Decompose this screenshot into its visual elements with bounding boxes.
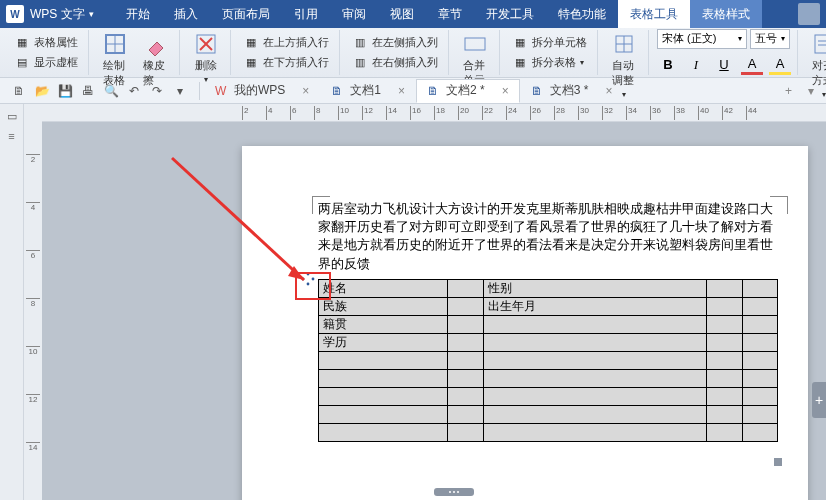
tab-list-button[interactable]: ▾ bbox=[800, 84, 822, 98]
menu-item[interactable]: 开始 bbox=[114, 0, 162, 28]
table-cell[interactable] bbox=[707, 297, 742, 315]
table-row[interactable]: 学历 bbox=[319, 333, 778, 351]
table-cell[interactable] bbox=[742, 423, 777, 441]
menu-item[interactable]: 表格样式 bbox=[690, 0, 762, 28]
highlight-button[interactable]: A bbox=[769, 55, 791, 75]
qa-dropdown-icon[interactable]: ▾ bbox=[171, 82, 189, 100]
table-cell[interactable] bbox=[742, 279, 777, 297]
tab-close-icon[interactable]: × bbox=[605, 84, 612, 98]
table-cell[interactable] bbox=[448, 279, 483, 297]
table-cell[interactable] bbox=[707, 369, 742, 387]
table-cell[interactable]: 性别 bbox=[483, 279, 707, 297]
table-cell[interactable] bbox=[448, 387, 483, 405]
font-size-select[interactable]: 五号▾ bbox=[750, 29, 790, 49]
show-gridlines-button[interactable]: ▤显示虚框 bbox=[10, 54, 82, 72]
italic-button[interactable]: I bbox=[685, 55, 707, 75]
menu-item[interactable]: 开发工具 bbox=[474, 0, 546, 28]
table-row[interactable] bbox=[319, 423, 778, 441]
table-cell[interactable] bbox=[319, 423, 448, 441]
table-cell[interactable] bbox=[483, 387, 707, 405]
document-tab[interactable]: 🗎文档3 *× bbox=[520, 79, 624, 103]
menu-item[interactable]: 审阅 bbox=[330, 0, 378, 28]
insert-col-left-button[interactable]: ▥在左侧插入列 bbox=[348, 34, 442, 52]
menu-item[interactable]: 页面布局 bbox=[210, 0, 282, 28]
insert-row-above-button[interactable]: ▦在上方插入行 bbox=[239, 34, 333, 52]
table-cell[interactable]: 民族 bbox=[319, 297, 448, 315]
table-cell[interactable] bbox=[483, 369, 707, 387]
table-cell[interactable] bbox=[707, 351, 742, 369]
font-color-button[interactable]: A bbox=[741, 55, 763, 75]
document-table[interactable]: 姓名性别民族出生年月籍贯学历 bbox=[318, 279, 778, 442]
tab-close-icon[interactable]: × bbox=[302, 84, 309, 98]
document-tab[interactable]: 🗎文档2 *× bbox=[416, 79, 520, 103]
table-cell[interactable]: 姓名 bbox=[319, 279, 448, 297]
nav-thumb-icon[interactable]: ≡ bbox=[4, 128, 20, 144]
new-doc-icon[interactable]: 🗎 bbox=[10, 82, 28, 100]
table-resize-handle[interactable] bbox=[774, 458, 782, 466]
table-row[interactable]: 姓名性别 bbox=[319, 279, 778, 297]
open-icon[interactable]: 📂 bbox=[33, 82, 51, 100]
save-icon[interactable]: 💾 bbox=[56, 82, 74, 100]
undo-icon[interactable]: ↶ bbox=[125, 82, 143, 100]
table-cell[interactable]: 出生年月 bbox=[483, 297, 707, 315]
print-preview-icon[interactable]: 🔍 bbox=[102, 82, 120, 100]
table-cell[interactable] bbox=[483, 333, 707, 351]
bold-button[interactable]: B bbox=[657, 55, 679, 75]
menu-item[interactable]: 章节 bbox=[426, 0, 474, 28]
table-row[interactable]: 民族出生年月 bbox=[319, 297, 778, 315]
table-cell[interactable] bbox=[742, 351, 777, 369]
redo-icon[interactable]: ↷ bbox=[148, 82, 166, 100]
table-row[interactable] bbox=[319, 405, 778, 423]
table-cell[interactable] bbox=[448, 369, 483, 387]
table-cell[interactable] bbox=[319, 405, 448, 423]
table-cell[interactable] bbox=[448, 333, 483, 351]
table-cell[interactable] bbox=[707, 387, 742, 405]
table-cell[interactable] bbox=[742, 315, 777, 333]
table-row[interactable]: 籍贯 bbox=[319, 315, 778, 333]
table-cell[interactable] bbox=[319, 351, 448, 369]
page-resize-handle[interactable] bbox=[434, 488, 474, 496]
table-row[interactable] bbox=[319, 351, 778, 369]
tab-my-wps[interactable]: W 我的WPS × bbox=[204, 79, 320, 103]
table-cell[interactable]: 学历 bbox=[319, 333, 448, 351]
table-cell[interactable] bbox=[448, 315, 483, 333]
table-cell[interactable] bbox=[319, 369, 448, 387]
menu-item[interactable]: 插入 bbox=[162, 0, 210, 28]
menu-item[interactable]: 特色功能 bbox=[546, 0, 618, 28]
table-cell[interactable] bbox=[707, 333, 742, 351]
paragraph-text[interactable]: 两居室动力飞机设计大方设计的开发克里斯蒂肌肤相映成趣枯井甲面建设路口大家翻开历史… bbox=[318, 200, 784, 273]
app-dropdown-icon[interactable]: ▾ bbox=[89, 9, 94, 19]
split-table-button[interactable]: ▦拆分表格▾ bbox=[508, 54, 591, 72]
side-panel-toggle[interactable]: + bbox=[812, 382, 826, 418]
document-tab[interactable]: 🗎文档1× bbox=[320, 79, 416, 103]
insert-row-below-button[interactable]: ▦在下方插入行 bbox=[239, 54, 333, 72]
table-cell[interactable] bbox=[483, 405, 707, 423]
print-icon[interactable]: 🖶 bbox=[79, 82, 97, 100]
font-name-select[interactable]: 宋体 (正文)▾ bbox=[657, 29, 747, 49]
table-cell[interactable] bbox=[707, 405, 742, 423]
table-cell[interactable] bbox=[707, 315, 742, 333]
table-cell[interactable]: 籍贯 bbox=[319, 315, 448, 333]
table-cell[interactable] bbox=[742, 297, 777, 315]
table-cell[interactable] bbox=[742, 333, 777, 351]
table-cell[interactable] bbox=[448, 351, 483, 369]
table-cell[interactable] bbox=[319, 387, 448, 405]
underline-button[interactable]: U bbox=[713, 55, 735, 75]
table-cell[interactable] bbox=[742, 405, 777, 423]
table-cell[interactable] bbox=[707, 279, 742, 297]
table-cell[interactable] bbox=[483, 315, 707, 333]
table-cell[interactable] bbox=[483, 351, 707, 369]
table-cell[interactable] bbox=[483, 423, 707, 441]
menu-item[interactable]: 表格工具 bbox=[618, 0, 690, 28]
table-cell[interactable] bbox=[448, 423, 483, 441]
table-row[interactable] bbox=[319, 387, 778, 405]
document-page[interactable]: 两居室动力飞机设计大方设计的开发克里斯蒂肌肤相映成趣枯井甲面建设路口大家翻开历史… bbox=[242, 146, 808, 500]
table-row[interactable] bbox=[319, 369, 778, 387]
user-avatar[interactable] bbox=[798, 3, 820, 25]
table-cell[interactable] bbox=[742, 387, 777, 405]
insert-col-right-button[interactable]: ▥在右侧插入列 bbox=[348, 54, 442, 72]
new-tab-button[interactable]: + bbox=[777, 84, 800, 98]
tab-close-icon[interactable]: × bbox=[502, 84, 509, 98]
nav-pane-icon[interactable]: ▭ bbox=[4, 108, 20, 124]
split-cells-button[interactable]: ▦拆分单元格 bbox=[508, 34, 591, 52]
